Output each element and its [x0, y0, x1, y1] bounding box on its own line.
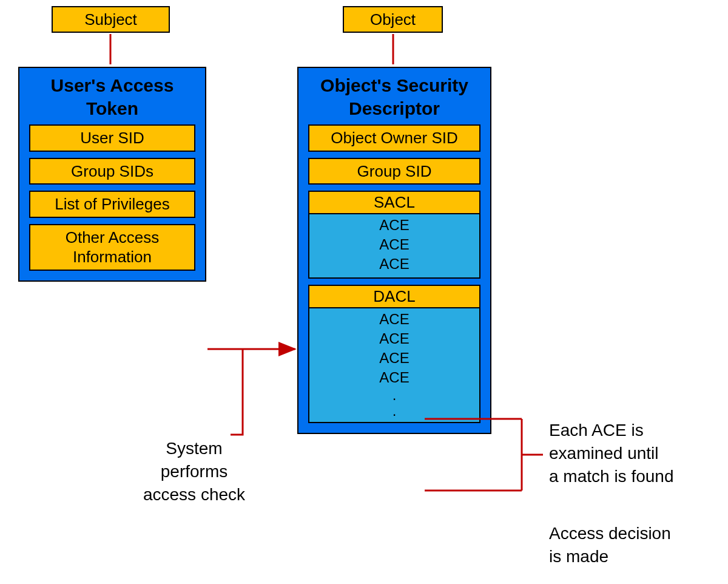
access-token-panel: User's Access Token User SID Group SIDs …: [18, 67, 206, 282]
security-descriptor-title: Object's Security Descriptor: [308, 74, 480, 120]
sacl-ace: ACE: [309, 216, 479, 235]
dacl-ace: ACE: [309, 348, 479, 368]
token-item-privileges: List of Privileges: [29, 191, 195, 218]
subject-label: Subject: [84, 10, 137, 29]
token-item-group-sids: Group SIDs: [29, 158, 195, 185]
dacl-block: DACL ACE ACE ACE ACE . .: [308, 285, 480, 423]
object-box: Object: [343, 6, 443, 33]
security-descriptor-panel: Object's Security Descriptor Object Owne…: [297, 67, 491, 434]
dacl-header: DACL: [309, 286, 479, 308]
dacl-ellipsis: .: [309, 387, 479, 403]
caption-system-check: Systemperformsaccess check: [133, 437, 255, 506]
object-label: Object: [370, 10, 416, 29]
access-token-title: User's Access Token: [29, 74, 195, 120]
token-item-user-sid: User SID: [29, 124, 195, 152]
sacl-block: SACL ACE ACE ACE: [308, 191, 480, 279]
sacl-ace-list: ACE ACE ACE: [309, 214, 479, 277]
caption-each-ace: Each ACE isexamined untila match is foun…: [549, 419, 725, 487]
sacl-header: SACL: [309, 192, 479, 214]
dacl-ellipsis: .: [309, 403, 479, 419]
dacl-ace: ACE: [309, 329, 479, 348]
dacl-ace: ACE: [309, 368, 479, 387]
subject-box: Subject: [52, 6, 170, 33]
sd-group-sid: Group SID: [308, 158, 480, 185]
dacl-ace-list: ACE ACE ACE ACE . .: [309, 308, 479, 422]
sd-owner-sid: Object Owner SID: [308, 124, 480, 152]
sacl-ace: ACE: [309, 254, 479, 274]
caption-decision: Access decisionis made: [549, 522, 725, 568]
sacl-ace: ACE: [309, 235, 479, 254]
dacl-ace: ACE: [309, 310, 479, 329]
token-item-other: Other Access Information: [29, 224, 195, 271]
